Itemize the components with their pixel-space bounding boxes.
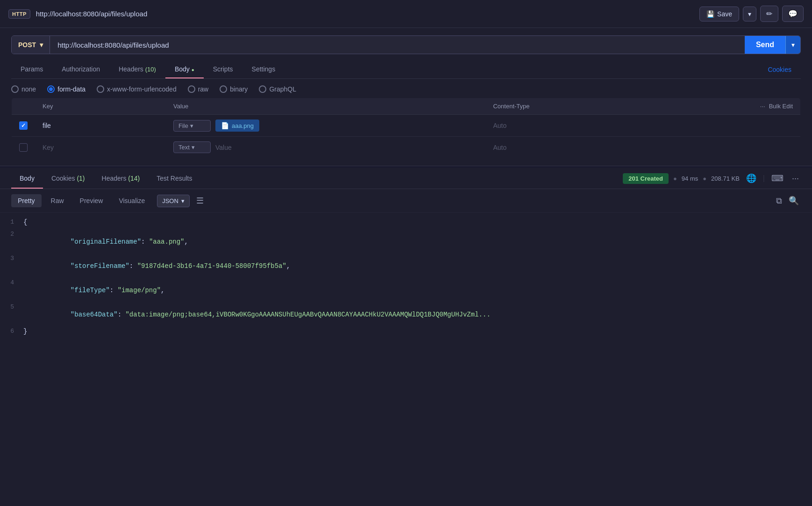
row2-checkbox-empty[interactable] xyxy=(19,143,28,152)
row2-key[interactable]: Key xyxy=(35,137,166,158)
cookies-link[interactable]: Cookies xyxy=(758,61,801,78)
body-type-none[interactable]: none xyxy=(11,85,36,93)
radio-graphql xyxy=(259,85,266,93)
resp-tab-headers[interactable]: Headers (14) xyxy=(93,168,149,189)
resp-time: 94 ms xyxy=(682,175,698,182)
resp-tab-test-results[interactable]: Test Results xyxy=(148,168,200,189)
file-icon: 📄 xyxy=(221,122,229,129)
body-type-graphql[interactable]: GraphQL xyxy=(259,85,296,93)
row2-type-select[interactable]: Text ▾ xyxy=(173,141,211,153)
tab-params[interactable]: Params xyxy=(11,61,52,78)
tab-authorization[interactable]: Authorization xyxy=(52,61,109,78)
col-value: Value xyxy=(166,98,485,115)
row2-checkbox-cell xyxy=(12,137,36,158)
format-bar: Pretty Raw Preview Visualize JSON ▾ ☰ ⧉ … xyxy=(0,189,812,213)
request-section: POST ▾ Send ▾ Params Authorization Heade… xyxy=(0,28,812,166)
tab-scripts[interactable]: Scripts xyxy=(204,61,242,78)
resp-divider: | xyxy=(763,174,765,183)
edit-button[interactable]: ✏ xyxy=(760,6,778,22)
form-data-table: Key Value Content-Type ··· Bulk Edit fil… xyxy=(11,98,801,158)
url-input[interactable] xyxy=(50,36,745,54)
resp-tab-body[interactable]: Body xyxy=(11,168,43,189)
save-dropdown-button[interactable]: ▾ xyxy=(743,7,756,21)
code-area: 1 { 2 "originalFilename": "aaa.png", 3 "… xyxy=(0,213,812,506)
status-badge: 201 Created xyxy=(623,173,669,184)
row1-content-type: Auto xyxy=(485,115,648,137)
code-line-6: 6 } xyxy=(0,327,812,339)
code-line-5: 5 "base64Data": "data:image/png;base64,i… xyxy=(0,302,812,327)
row1-type-select[interactable]: File ▾ xyxy=(173,120,211,132)
row1-filename: aaa.png xyxy=(232,122,254,129)
row1-checkbox[interactable] xyxy=(19,121,28,130)
save-button[interactable]: 💾 Save xyxy=(699,7,739,21)
keyboard-icon[interactable]: ⌨ xyxy=(769,171,785,185)
body-type-form-data[interactable]: form-data xyxy=(47,85,85,93)
bulk-edit-dots: ··· xyxy=(760,103,765,110)
code-line-1: 1 { xyxy=(0,218,812,230)
row2-type-value: Text ▾ Value xyxy=(166,137,485,158)
row1-key[interactable]: file xyxy=(35,115,166,137)
more-options-icon[interactable]: ··· xyxy=(790,172,801,185)
radio-none xyxy=(11,85,19,93)
col-key: Key xyxy=(35,98,166,115)
code-line-4: 4 "fileType": "image/png", xyxy=(0,278,812,302)
globe-icon[interactable]: 🌐 xyxy=(744,171,758,185)
table-row: file File ▾ 📄 aaa.png Auto xyxy=(12,115,801,137)
top-bar: HTTP http://localhost:8080/api/files/upl… xyxy=(0,0,812,28)
resp-icons: 🌐 | ⌨ ··· xyxy=(744,171,801,185)
response-section: Body Cookies (1) Headers (14) Test Resul… xyxy=(0,168,812,506)
code-line-3: 3 "storeFilename": "9187d4ed-3b16-4a71-9… xyxy=(0,254,812,278)
json-format-select[interactable]: JSON ▾ xyxy=(157,195,190,207)
body-type-urlencoded[interactable]: x-www-form-urlencoded xyxy=(97,85,177,93)
row1-checkbox-cell[interactable] xyxy=(12,115,36,137)
send-button[interactable]: Send xyxy=(745,36,785,54)
fmt-tab-visualize[interactable]: Visualize xyxy=(112,194,151,207)
resp-tab-cookies[interactable]: Cookies (1) xyxy=(43,168,93,189)
http-badge: HTTP xyxy=(8,9,30,19)
send-dropdown-button[interactable]: ▾ xyxy=(785,36,800,54)
code-line-2: 2 "originalFilename": "aaa.png", xyxy=(0,230,812,254)
radio-urlencoded xyxy=(97,85,104,93)
request-tabs-row: Params Authorization Headers (10) Body ●… xyxy=(11,61,801,79)
method-chevron: ▾ xyxy=(40,41,43,49)
topbar-url: http://localhost:8080/api/files/upload xyxy=(36,10,694,18)
row1-type-value: File ▾ 📄 aaa.png xyxy=(166,115,485,137)
col-bulk-edit: ··· Bulk Edit xyxy=(648,98,800,115)
tab-headers[interactable]: Headers (10) xyxy=(109,61,165,78)
col-content-type: Content-Type xyxy=(485,98,648,115)
resp-meta: ● 94 ms ● 208.71 KB xyxy=(673,175,740,182)
bulk-edit-label[interactable]: Bulk Edit xyxy=(769,103,793,110)
search-button[interactable]: 🔍 xyxy=(787,194,801,208)
body-type-row: none form-data x-www-form-urlencoded raw… xyxy=(11,79,801,98)
tab-body[interactable]: Body ● xyxy=(165,61,204,78)
top-actions: 💾 Save ▾ ✏ 💬 xyxy=(699,6,804,22)
save-icon: 💾 xyxy=(706,10,714,18)
row1-extra xyxy=(648,115,800,137)
copy-button[interactable]: ⧉ xyxy=(774,194,784,208)
comment-button[interactable]: 💬 xyxy=(782,6,804,22)
fmt-tab-preview[interactable]: Preview xyxy=(73,194,110,207)
response-tabs-row: Body Cookies (1) Headers (14) Test Resul… xyxy=(0,168,812,189)
row1-file-chip[interactable]: 📄 aaa.png xyxy=(215,119,259,132)
body-type-raw[interactable]: raw xyxy=(188,85,209,93)
table-row: Key Text ▾ Value Auto xyxy=(12,137,801,158)
radio-form-data xyxy=(47,85,55,93)
row2-extra xyxy=(648,137,800,158)
col-checkbox xyxy=(12,98,36,115)
filter-button[interactable]: ☰ xyxy=(192,194,207,208)
fmt-tab-raw[interactable]: Raw xyxy=(44,194,71,207)
method-select[interactable]: POST ▾ xyxy=(12,36,50,54)
save-label: Save xyxy=(717,10,732,18)
radio-raw xyxy=(188,85,195,93)
body-type-binary[interactable]: binary xyxy=(220,85,248,93)
row2-content-type: Auto xyxy=(485,137,648,158)
send-label: Send xyxy=(756,41,774,49)
radio-binary xyxy=(220,85,227,93)
url-bar: POST ▾ Send ▾ xyxy=(11,35,801,54)
resp-size: 208.71 KB xyxy=(711,175,740,182)
fmt-tab-pretty[interactable]: Pretty xyxy=(11,194,42,207)
method-label: POST xyxy=(18,41,36,49)
tab-settings[interactable]: Settings xyxy=(242,61,285,78)
